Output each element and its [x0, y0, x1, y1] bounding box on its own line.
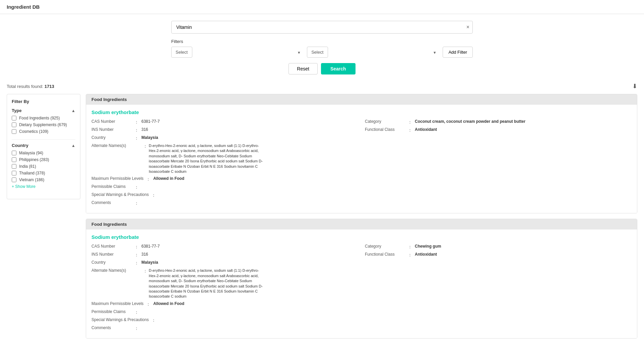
add-filter-button[interactable]: Add Filter [443, 47, 473, 58]
field-comments-2: Comments ： [91, 325, 358, 331]
result-name-1[interactable]: Sodium erythorbate [91, 109, 632, 115]
search-section: × Filters Select Select Add Filter Reset… [0, 14, 644, 81]
field-alt-names-1: Alternate Names(s) ： D-erythro-Hex-2-eno… [91, 143, 358, 174]
results-count: Total results found: 1713 [7, 84, 54, 89]
filter-checkbox-philippines[interactable] [12, 157, 16, 162]
result-card-2: Food Ingredients Sodium erythorbate CAS … [86, 219, 637, 338]
results-header: Total results found: 1713 ⬇ [0, 81, 644, 94]
field-cas-2: CAS Number ： 6381-77-7 [91, 244, 358, 250]
search-button[interactable]: Search [321, 63, 356, 74]
filter-checkbox-thailand[interactable] [12, 171, 16, 175]
reset-button[interactable]: Reset [288, 63, 318, 74]
action-buttons: Reset Search [288, 63, 355, 74]
field-category-1: Category ： Coconut cream, coconut cream … [365, 119, 632, 125]
result-card-body-1: Sodium erythorbate CAS Number ： 6381-77-… [86, 105, 637, 213]
field-warnings-2: Special Warnings & Precautions ： [91, 317, 358, 323]
app-header: Ingredient DB [0, 0, 644, 14]
field-warnings-1: Special Warnings & Precautions ： [91, 192, 358, 198]
country-toggle-icon[interactable]: ▲ [71, 143, 75, 148]
result-fields-left-1: CAS Number ： 6381-77-7 INS Number ： 316 … [91, 119, 358, 208]
field-cas-1: CAS Number ： 6381-77-7 [91, 119, 358, 125]
functional-class-value-2: Antioxidant [415, 252, 437, 257]
result-card-body-2: Sodium erythorbate CAS Number ： 6381-77-… [86, 229, 637, 338]
filter-option-india[interactable]: India (81) [12, 164, 75, 169]
type-group-header: Type ▲ [12, 108, 75, 113]
country-value-2: Malaysia [141, 260, 158, 265]
max-value-1: Allowed in Food [153, 176, 184, 181]
filter-checkbox-cosmetics[interactable] [12, 129, 16, 134]
field-alt-names-2: Alternate Names(s) ： D-erythro-Hex-2-eno… [91, 268, 358, 299]
filter-by-title: Filter By [12, 99, 75, 104]
filters-section: Filters Select Select Add Filter [171, 39, 473, 58]
country-group-header: Country ▲ [12, 143, 75, 148]
alt-names-value-2: D-erythro-Hex-2-enonic acid, γ-lactone, … [149, 268, 263, 299]
category-value-1: Coconut cream, coconut cream powder and … [415, 119, 525, 124]
result-two-col-2: CAS Number ： 6381-77-7 INS Number ： 316 … [91, 244, 632, 333]
filter-option-food-ingredients[interactable]: Food Ingredients (925) [12, 116, 75, 120]
functional-class-value-1: Antioxidant [415, 127, 437, 132]
filter-select-1[interactable]: Select [171, 47, 192, 58]
search-input[interactable] [171, 21, 473, 34]
filters-label: Filters [171, 39, 473, 44]
result-card-header-2: Food Ingredients [86, 219, 637, 229]
filter-sidebar: Filter By Type ▲ Food Ingredients (925) … [7, 94, 80, 199]
cas-value-1: 6381-77-7 [141, 119, 160, 124]
field-max-2: Maximum Permissible Levels ： Allowed in … [91, 301, 358, 307]
category-value-2: Chewing gum [415, 244, 441, 249]
field-ins-1: INS Number ： 316 [91, 127, 358, 133]
result-two-col-1: CAS Number ： 6381-77-7 INS Number ： 316 … [91, 119, 632, 208]
ins-value-2: 316 [141, 252, 148, 257]
show-more-countries[interactable]: + Show More [12, 184, 75, 189]
filter-select-2-wrap: Select [307, 47, 439, 58]
results-list: Food Ingredients Sodium erythorbate CAS … [86, 94, 637, 339]
result-card-1: Food Ingredients Sodium erythorbate CAS … [86, 94, 637, 213]
ins-value-1: 316 [141, 127, 148, 132]
field-ins-2: INS Number ： 316 [91, 252, 358, 258]
filter-select-1-wrap: Select [171, 47, 304, 58]
filter-checkbox-malaysia[interactable] [12, 151, 16, 155]
cas-value-2: 6381-77-7 [141, 244, 160, 249]
result-fields-left-2: CAS Number ： 6381-77-7 INS Number ： 316 … [91, 244, 358, 333]
field-functional-class-2: Functional Class ： Antioxidant [365, 252, 632, 258]
field-country-1: Country ： Malaysia [91, 135, 358, 141]
filter-divider [12, 139, 75, 140]
field-comments-1: Comments ： [91, 200, 358, 206]
filter-checkbox-india[interactable] [12, 164, 16, 169]
search-bar-wrap: × [171, 21, 473, 34]
filter-group-type: Type ▲ Food Ingredients (925) Dietary Su… [12, 108, 75, 134]
filter-option-philippines[interactable]: Philippines (283) [12, 157, 75, 162]
result-fields-right-2: Category ： Chewing gum Functional Class … [365, 244, 632, 333]
app-title: Ingredient DB [7, 4, 40, 10]
result-name-2[interactable]: Sodium erythorbate [91, 234, 632, 240]
result-fields-right-1: Category ： Coconut cream, coconut cream … [365, 119, 632, 208]
country-value-1: Malaysia [141, 135, 158, 140]
clear-search-button[interactable]: × [466, 24, 469, 30]
filter-option-cosmetics[interactable]: Cosmetics (109) [12, 129, 75, 134]
filter-select-2[interactable]: Select [307, 47, 328, 58]
field-category-2: Category ： Chewing gum [365, 244, 632, 250]
filters-row: Select Select Add Filter [171, 47, 473, 58]
filter-option-thailand[interactable]: Thailand (378) [12, 171, 75, 175]
filter-option-malaysia[interactable]: Malaysia (94) [12, 151, 75, 155]
type-toggle-icon[interactable]: ▲ [71, 108, 75, 113]
field-country-2: Country ： Malaysia [91, 260, 358, 266]
filter-group-country: Country ▲ Malaysia (94) Philippines (283… [12, 143, 75, 189]
field-claims-1: Permissible Claims ： [91, 184, 358, 190]
field-max-1: Maximum Permissible Levels ： Allowed in … [91, 176, 358, 182]
filter-checkbox-vietnam[interactable] [12, 177, 16, 182]
field-functional-class-1: Functional Class ： Antioxidant [365, 127, 632, 133]
download-icon[interactable]: ⬇ [632, 83, 637, 90]
result-card-header-1: Food Ingredients [86, 94, 637, 105]
filter-option-vietnam[interactable]: Vietnam (186) [12, 177, 75, 182]
alt-names-value-1: D-erythro-Hex-2-enonic acid, γ-lactone, … [149, 143, 263, 174]
field-claims-2: Permissible Claims ： [91, 309, 358, 315]
results-section: Filter By Type ▲ Food Ingredients (925) … [0, 94, 644, 345]
max-value-2: Allowed in Food [153, 301, 184, 306]
filter-option-dietary-supplements[interactable]: Dietary Supplements (679) [12, 122, 75, 127]
filter-checkbox-dietary-supplements[interactable] [12, 122, 16, 127]
filter-checkbox-food-ingredients[interactable] [12, 116, 16, 120]
